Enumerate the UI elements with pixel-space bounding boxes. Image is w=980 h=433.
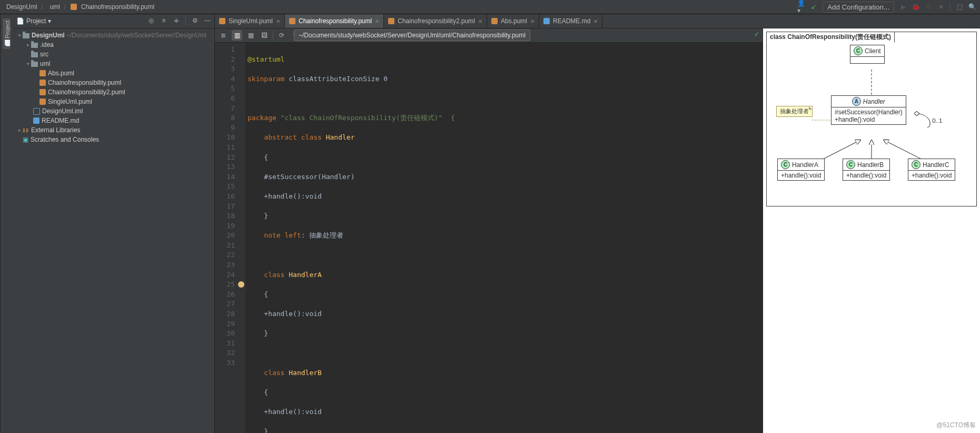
chevron-down-icon[interactable]: ▾ [16,33,23,38]
tree-iml[interactable]: DesignUml.iml [13,106,214,116]
close-icon[interactable]: ✕ [530,18,534,24]
refresh-icon[interactable]: ⟳ [276,30,287,41]
scratch-icon: ▣ [23,136,28,143]
tree-md[interactable]: README.md [13,116,214,125]
line-number-gutter: 1234567891011121314151617181920212223242… [215,43,238,433]
structure-icon[interactable]: ⬚ [956,3,963,11]
tree-scratch[interactable]: ▣ Scratches and Consoles [13,135,214,144]
main-area: 📄 Project 📄 Project ▾ ◎ ≡ ≑ ⚙ — ▾ Design… [0,14,980,433]
project-toolwindow-tab[interactable]: 📄 Project [3,18,11,49]
puml-icon [71,4,77,10]
top-toolbar: 👤▾ ↙ Add Configuration... ▶ 🐞 ⎋ ■ ⬚ 🔍 [797,2,976,13]
stop-icon: ■ [937,3,945,11]
show-preview-icon[interactable]: ▦ [245,30,256,41]
code-text[interactable]: @startuml skinparam classAttributeIconSi… [245,43,763,433]
md-icon [33,117,39,124]
chevron-icon: 〉 [39,3,48,12]
uml-class-handlerb: CHandlerB +handle():void [843,159,890,181]
puml-icon [39,99,46,105]
svg-text:0..1: 0..1 [932,117,942,124]
sidebar-title[interactable]: 📄 Project ▾ [16,17,51,25]
tab-chainofresponsibility2[interactable]: Chainofresponsibility2.puml✕ [384,14,487,28]
close-icon[interactable]: ✕ [478,18,482,24]
folder-icon [23,33,29,38]
separator [950,3,951,11]
chevron-icon: 〉 [62,3,71,12]
editor-toolbar: ≣ ▥ ▦ 🖼 ⟳ ↻ ~/Documents/study/webSocket/… [215,28,763,43]
tree-file-cor[interactable]: Chainofresponsibility.puml [13,78,214,87]
tree-root[interactable]: ▾ DesignUml ~/Documents/study/webSocket/… [13,31,214,40]
close-icon[interactable]: ✕ [276,18,280,24]
puml-icon [388,18,394,24]
md-icon [543,18,550,24]
project-tree: ▾ DesignUml ~/Documents/study/webSocket/… [13,28,214,433]
editor-tabs: SingleUml.puml✕ Chainofresponsibility.pu… [215,14,980,28]
left-toolwindow-bar: 📄 Project [0,14,13,433]
puml-icon [39,70,46,76]
tree-file-abs[interactable]: Abs.puml [13,68,214,78]
tab-readme[interactable]: README.md✕ [539,14,602,28]
close-icon[interactable]: ✕ [375,18,379,24]
coverage-icon: ⎋ [925,3,932,11]
uml-class-handler: AHandler #setSuccessor(Handler) +handle(… [831,95,906,125]
search-icon[interactable]: 🔍 [968,3,976,11]
uml-class-handlera: CHandlerA +handle():void [777,159,825,181]
uml-class-client: CClient [850,45,885,64]
iml-icon [33,108,40,115]
tree-ext[interactable]: ▸ ⫾⫾ External Libraries [13,125,214,135]
expand-icon[interactable]: ≡ [160,17,167,24]
show-split-icon[interactable]: ▥ [232,30,242,41]
puml-icon [219,18,225,24]
top-bar: DesignUml 〉 uml 〉 Chainofresponsibility.… [0,0,980,14]
close-icon[interactable]: ✕ [593,18,598,24]
editor-area: SingleUml.puml✕ Chainofresponsibility.pu… [215,14,980,433]
check-icon: ✓ [754,31,759,38]
sidebar-header: 📄 Project ▾ ◎ ≡ ≑ ⚙ — [13,14,214,28]
chevron-down-icon[interactable]: ▾ [25,61,31,66]
file-path-tooltip: ~/Documents/study/webSocket/Server/Desig… [294,29,530,41]
uml-diagram: class ChainOfResponsibility(责任链模式) [766,32,977,206]
add-configuration-button[interactable]: Add Configuration... [823,2,894,13]
puml-icon [491,18,498,24]
gear-icon[interactable]: ⚙ [191,17,199,24]
tab-chainofresponsibility[interactable]: Chainofresponsibility.puml✕ [285,14,384,28]
crumb-file[interactable]: Chainofresponsibility.puml [79,3,156,11]
hide-icon[interactable]: — [204,17,211,24]
separator [185,17,186,25]
chevron-right-icon[interactable]: ▸ [25,42,31,47]
run-icon: ▶ [899,3,907,11]
folder-icon [31,52,38,57]
tree-file-single[interactable]: SingleUml.puml [13,97,214,106]
user-icon[interactable]: 👤▾ [797,3,805,11]
crumb-folder[interactable]: uml [48,3,62,11]
tree-src[interactable]: src [13,50,214,59]
show-image-icon[interactable]: 🖼 [259,30,270,41]
icon-gutter [238,43,245,433]
debug-icon: 🐞 [912,3,919,11]
tab-singleuml[interactable]: SingleUml.puml✕ [215,14,285,28]
code-editor[interactable]: 1234567891011121314151617181920212223242… [215,43,763,433]
tree-idea[interactable]: ▸ .idea [13,40,214,50]
uml-note: 抽象处理者 [776,106,813,117]
folder-icon [31,62,38,67]
crumb-project[interactable]: DesignUml [4,3,39,11]
uml-preview: class ChainOfResponsibility(责任链模式) [763,28,980,433]
puml-icon [39,80,46,86]
locate-icon[interactable]: ◎ [147,17,155,24]
sync-icon[interactable]: ↙ [810,3,817,11]
separator [273,31,273,40]
watermark: @51CTO博客 [936,421,976,430]
collapse-icon[interactable]: ≑ [173,17,180,24]
show-code-icon[interactable]: ≣ [218,30,229,41]
tree-file-cor2[interactable]: Chainofresponsibility2.puml [13,87,214,97]
folder-icon [31,43,38,48]
library-icon: ⫾⫾ [23,126,29,134]
intention-bulb-icon[interactable] [238,281,244,288]
uml-class-handlerc: CHandlerC +handle():void [908,159,955,181]
puml-icon [289,18,295,24]
tree-uml[interactable]: ▾ uml [13,59,214,68]
sidebar-tools: ◎ ≡ ≑ ⚙ — [147,17,211,25]
tab-abs[interactable]: Abs.puml✕ [487,14,539,28]
uml-package-title: class ChainOfResponsibility(责任链模式) [766,32,895,43]
chevron-right-icon[interactable]: ▸ [16,127,23,133]
